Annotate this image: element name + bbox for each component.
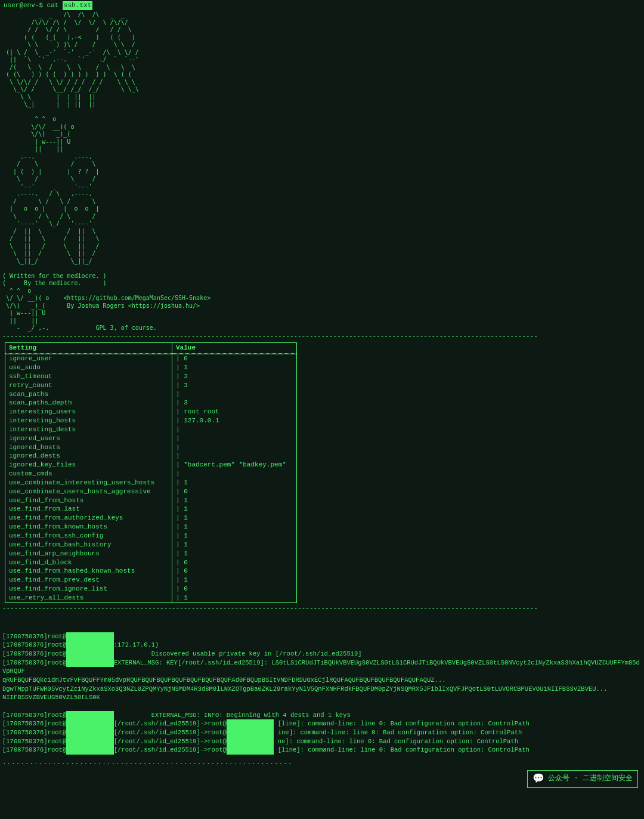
log-line: [1708750376]root@ Discovered usable priv… [2, 650, 642, 659]
log-timestamp: [1708750376] [2, 633, 48, 640]
setting-name: scan_paths [5, 390, 172, 399]
top-divider: ----------------------------------------… [0, 332, 644, 341]
terminal-window: user@env-$ cat ssh.txt _ _ /\ /\ /\ _ _ … [0, 0, 644, 793]
table-row: use_retry_all_dests| 1 [5, 594, 297, 602]
log-line: [1708750376]root@ [/root/.ssh/id_ed25519… [2, 728, 642, 737]
setting-name: use_combinate_users_hosts_aggressive [5, 487, 172, 496]
log-text: :172.17.0.1) [114, 641, 159, 648]
setting-name: ssh_timeout [5, 372, 172, 381]
log-timestamp: [1708750376] [2, 641, 48, 648]
table-row: interesting_hosts| 127.0.0.1 [5, 416, 297, 425]
log-text: [/root/.ssh/id_ed25519]->root@ [114, 729, 227, 736]
setting-name: retry_count [5, 381, 172, 390]
command-line: user@env-$ cat ssh.txt [0, 0, 644, 11]
setting-name: use_find_from_hosts [5, 496, 172, 505]
setting-value: | 1 [172, 478, 297, 487]
setting-name: ignored_dests [5, 452, 172, 461]
setting-value: | 127.0.0.1 [172, 416, 297, 425]
log-line: [1708750376]root@ [/root/.ssh/id_ed25519… [2, 719, 642, 728]
log-line: [1708750376]root@ [2, 632, 642, 641]
setting-value: | 0 [172, 585, 297, 594]
table-row: use_find_d_block| 0 [5, 558, 297, 567]
log-line: [1708750376]root@ EXTERNAL_MSG: INFO: Be… [2, 711, 642, 720]
log-timestamp: [1708750376] [2, 650, 48, 657]
setting-value: | 1 [172, 549, 297, 558]
log-dest-highlight [227, 719, 274, 728]
table-row: use_find_from_known_hosts| 1 [5, 523, 297, 531]
setting-value: | 1 [172, 523, 297, 531]
setting-name: use_find_from_bash_history [5, 540, 172, 549]
log-user: root@ [48, 746, 67, 753]
setting-value: | 1 [172, 505, 297, 514]
wechat-icon: 💬 [532, 772, 544, 786]
table-row: use_find_from_authorized_keys| 1 [5, 514, 297, 523]
log-timestamp: [1708750376] [2, 712, 48, 719]
setting-value: | [172, 434, 297, 443]
table-row: use_sudo| 1 [5, 363, 297, 372]
log-host-highlight [66, 737, 114, 746]
table-row: use_find_from_bash_history| 1 [5, 540, 297, 549]
setting-name: ignored_hosts [5, 443, 172, 452]
setting-value: | [172, 390, 297, 399]
log-text: EXTERNAL_MSG: INFO: Beginning with 4 des… [114, 712, 351, 719]
log-dest-highlight [227, 728, 274, 737]
log-host-highlight [66, 632, 114, 641]
log-timestamp: [1708750376] [2, 738, 48, 745]
log-user: root@ [48, 633, 67, 640]
table-row: custom_cmds| [5, 469, 297, 478]
log-text: DgwTMppTUFWR05VcytZc1NyZkxaSXo3Q3NZL0ZPQ… [2, 685, 607, 693]
log-text: qRUFBQUFBQkc1dmJtvFVFBQUFFYm05dVpRQUFBQU… [2, 676, 446, 684]
table-row: interesting_dests| [5, 425, 297, 434]
log-line: DgwTMppTUFWR05VcytZc1NyZkxaSXo3Q3NZL0ZPQ… [2, 685, 642, 694]
ascii-snake-art: _ _ /\ /\ /\ _ _ /\/\/ /\ / \/ \/ \ /\/\… [0, 11, 644, 153]
log-text: [line]: command-line: line 0: Bad config… [274, 720, 529, 727]
log-timestamp: [1708750376] [2, 746, 48, 753]
setting-name: ignore_user [5, 354, 172, 363]
table-row: scan_paths_depth| 3 [5, 398, 297, 407]
log-text: [/root/.ssh/id_ed25519]->root@ [114, 720, 227, 727]
log-host-highlight [66, 641, 114, 650]
settings-table: Setting Value ignore_user| 0use_sudo| 1s… [5, 342, 297, 602]
log-line: NIIFBSSVZBVEUG50VZL50tLS0K [2, 693, 642, 702]
setting-value: | [172, 443, 297, 452]
log-host-highlight [66, 650, 114, 659]
table-row: ignored_dests| [5, 452, 297, 461]
log-text: ne]: command-line: line 0: Bad configura… [274, 738, 518, 745]
log-text: [/root/.ssh/id_ed25519]->root@ [114, 738, 227, 745]
log-line: [1708750376]root@ :172.17.0.1) [2, 641, 642, 650]
settings-col-header: Setting [5, 343, 172, 354]
setting-value: | 3 [172, 372, 297, 381]
setting-value: | 3 [172, 381, 297, 390]
table-row: ignore_user| 0 [5, 354, 297, 363]
setting-value: | 0 [172, 354, 297, 363]
log-host-highlight [66, 746, 114, 755]
log-text: [line]: command-line: line 0: Bad config… [274, 746, 529, 753]
setting-name: use_combinate_interesting_users_hosts [5, 478, 172, 487]
table-row: use_combinate_interesting_users_hosts| 1 [5, 478, 297, 487]
table-row: ignored_hosts| [5, 443, 297, 452]
log-text: [/root/.ssh/id_ed25519]->root@ [114, 746, 227, 753]
setting-value: | 0 [172, 487, 297, 496]
setting-name: use_sudo [5, 363, 172, 372]
log-line: qRUFBQUFBQkc1dmJtvFVFBQUFFYm05dVpRQUFBQU… [2, 676, 642, 685]
setting-name: interesting_dests [5, 425, 172, 434]
filename-highlight: ssh.txt [63, 1, 92, 10]
setting-value: | 1 [172, 514, 297, 523]
table-row: use_combinate_users_hosts_aggressive| 0 [5, 487, 297, 496]
ascii-art-section: _ _ /\ /\ /\ _ _ /\/\/ /\ / \/ \/ \ /\/\… [0, 11, 644, 332]
table-row: scan_paths| [5, 390, 297, 399]
setting-name: use_find_from_known_hosts [5, 523, 172, 531]
table-row: use_find_from_hashed_known_hosts| 0 [5, 567, 297, 576]
log-user: root@ [48, 712, 67, 719]
setting-name: use_find_from_ignore_list [5, 585, 172, 594]
setting-value: | *badcert.pem* *badkey.pem* [172, 461, 297, 469]
log-text: NIIFBSSVZBVEUG50VZL50tLS0K [2, 694, 100, 701]
log-timestamp: [1708750376] [2, 659, 48, 666]
setting-name: use_retry_all_dests [5, 594, 172, 602]
shell-prompt: user@env-$ cat [4, 1, 63, 10]
log-line [2, 702, 642, 711]
setting-name: scan_paths_depth [5, 398, 172, 407]
table-row: ignored_users| [5, 434, 297, 443]
table-row: interesting_users| root root [5, 407, 297, 416]
watermark-box: 💬 公众号 · 二进制空间安全 [527, 770, 638, 788]
